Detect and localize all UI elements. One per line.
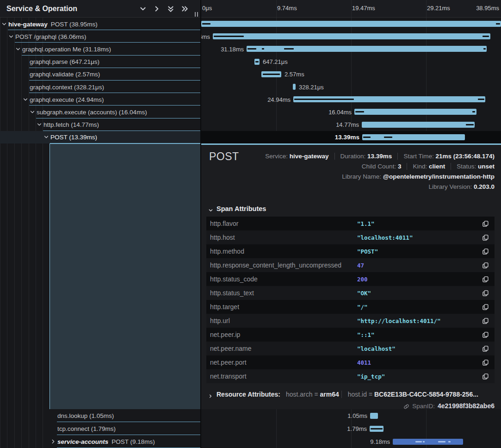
timeline-row: 2.57ms xyxy=(201,68,501,81)
operation-label: dns.lookup (1.05ms) xyxy=(57,412,114,419)
chevron-right-icon[interactable] xyxy=(50,439,56,444)
attribute-value: "::1" xyxy=(357,331,482,338)
overview-label: Status: xyxy=(457,163,478,170)
resource-key: host.id = xyxy=(348,391,374,398)
timeline-row: 31.18ms xyxy=(201,43,501,55)
attribute-value: "ip_tcp" xyxy=(357,373,482,380)
self-time-segment xyxy=(355,111,364,112)
span-tree-row[interactable]: POST (13.39ms) xyxy=(0,131,201,143)
attribute-value: "OK" xyxy=(357,290,482,297)
double-chevron-down-icon[interactable] xyxy=(167,5,174,12)
copy-button[interactable] xyxy=(482,373,489,380)
copy-button[interactable] xyxy=(482,304,489,311)
span-id-label: SpanID: xyxy=(412,403,435,410)
operation-label: graphql.validate (2.57ms) xyxy=(30,71,100,78)
span-label: graphql.parse (647.21μs) xyxy=(30,58,99,65)
copy-button[interactable] xyxy=(482,262,489,269)
span-tree-row[interactable]: POST /graphql (36.06ms) xyxy=(0,30,201,43)
span-bar[interactable] xyxy=(201,21,501,27)
tree-panel-header: Service & Operation xyxy=(0,0,201,18)
span-bar[interactable] xyxy=(362,122,475,128)
span-id-row: SpanID: 4e21998f3b82abe6 xyxy=(206,402,495,410)
double-chevron-right-icon[interactable] xyxy=(181,5,188,12)
chevron-down-icon[interactable] xyxy=(23,97,28,102)
span-tree-row[interactable]: graphql.parse (647.21μs) xyxy=(0,56,201,68)
span-tree-row[interactable]: dns.lookup (1.05ms) xyxy=(0,409,201,422)
attribute-value: "POST" xyxy=(357,248,482,255)
span-bar[interactable] xyxy=(293,84,296,90)
resource-attributes-title[interactable]: Resource Attributes: xyxy=(216,391,280,398)
operation-label: POST (38.95ms) xyxy=(51,20,98,27)
span-bar[interactable] xyxy=(362,134,465,140)
axis-tick-label: 38.95ms xyxy=(476,5,499,12)
operation-label: tcp.connect (1.79ms) xyxy=(57,425,116,432)
chevron-down-icon[interactable] xyxy=(8,34,14,39)
attribute-key: http.flavor xyxy=(210,220,357,227)
duration-label: 13.39ms xyxy=(335,134,359,141)
chevron-down-icon[interactable] xyxy=(1,21,7,27)
overview-line: Child Count: 3Kind: clientStatus: unset xyxy=(362,162,495,172)
attribute-row: http.target"/" xyxy=(206,300,495,314)
span-attributes-table: http.flavor"1.1"http.host"localhost:4011… xyxy=(206,217,495,383)
attribute-row: http.url"http://localhost:4011/" xyxy=(206,314,495,328)
span-tree-row[interactable]: service-accountsPOST (9.18ms) xyxy=(0,435,201,448)
self-time-segment xyxy=(496,23,500,25)
copy-button[interactable] xyxy=(482,331,489,338)
copy-button[interactable] xyxy=(482,220,489,227)
panel-resize-handle[interactable] xyxy=(195,12,198,17)
resource-pair: host.arch = arm64 xyxy=(286,391,339,398)
timeline-row: 24.94ms xyxy=(201,93,501,106)
chevron-down-icon[interactable] xyxy=(37,122,42,127)
duration-label: 36.06ms xyxy=(201,33,210,40)
resource-pair: host.id = BC62E13B-C4CC-5854-9788-256... xyxy=(341,391,478,398)
operation-label: POST /graphql (36.06ms) xyxy=(15,33,87,40)
copy-button[interactable] xyxy=(482,248,489,255)
duration-label: 328.21μs xyxy=(299,83,324,90)
attribute-key: http.host xyxy=(210,234,357,241)
axis-tick-label: 0μs xyxy=(202,5,212,12)
panel-divider[interactable] xyxy=(200,0,201,448)
copy-button[interactable] xyxy=(482,345,489,352)
span-overview: Service: hive-gatewayDuration: 13.39msSt… xyxy=(239,150,495,192)
overview-value: unset xyxy=(478,163,495,170)
chevron-right-icon[interactable] xyxy=(153,5,161,12)
chevron-down-icon[interactable] xyxy=(30,109,35,115)
span-bar[interactable] xyxy=(393,439,463,445)
copy-button[interactable] xyxy=(482,317,489,324)
span-tree-row[interactable]: subgraph.execute (accounts) (16.04ms) xyxy=(0,106,201,118)
span-tree-row[interactable]: graphql.validate (2.57ms) xyxy=(0,68,201,81)
span-tree-row[interactable]: tcp.connect (1.79ms) xyxy=(0,422,201,435)
span-bar[interactable] xyxy=(247,46,487,52)
span-bar[interactable] xyxy=(370,413,378,419)
span-label: POST /graphql (36.06ms) xyxy=(15,33,87,40)
chevron-down-icon[interactable] xyxy=(139,5,147,12)
chevron-right-icon[interactable] xyxy=(208,392,213,397)
copy-button[interactable] xyxy=(482,276,489,283)
axis-tick-label: 29.21ms xyxy=(427,5,450,12)
operation-label: POST (13.39ms) xyxy=(50,134,97,141)
resource-value: BC62E13B-C4CC-5854-9788-256... xyxy=(374,391,478,398)
self-time-segment xyxy=(472,111,475,112)
chevron-down-icon[interactable] xyxy=(43,134,49,140)
timeline-row: 36.06ms xyxy=(201,30,501,43)
attribute-row: http.flavor"1.1" xyxy=(206,217,495,230)
copy-button[interactable] xyxy=(482,234,489,241)
span-bar[interactable] xyxy=(354,109,476,115)
span-tree-row[interactable]: graphql.execute (24.94ms) xyxy=(0,93,201,106)
self-time-segment xyxy=(384,137,392,138)
span-tree-row[interactable]: graphql.context (328.21μs) xyxy=(0,81,201,93)
copy-button[interactable] xyxy=(482,359,489,366)
span-attributes-toggle[interactable]: Span Attributes xyxy=(208,205,495,212)
span-tree-row[interactable]: http.fetch (14.77ms) xyxy=(0,118,201,131)
span-label: graphql.execute (24.94ms) xyxy=(30,96,104,103)
self-time-segment xyxy=(448,441,451,442)
self-time-segment xyxy=(415,441,422,442)
overview-value: 21ms (23:56:48.174) xyxy=(435,153,495,160)
span-bar[interactable] xyxy=(213,33,490,39)
duration-label: 1.79ms xyxy=(347,425,367,432)
span-tree-row[interactable]: hive-gatewayPOST (38.95ms) xyxy=(0,18,201,30)
link-icon[interactable] xyxy=(403,403,409,409)
span-tree-row[interactable]: graphql.operation Me (31.18ms) xyxy=(0,43,201,55)
copy-button[interactable] xyxy=(482,290,489,297)
chevron-down-icon[interactable] xyxy=(15,46,21,52)
